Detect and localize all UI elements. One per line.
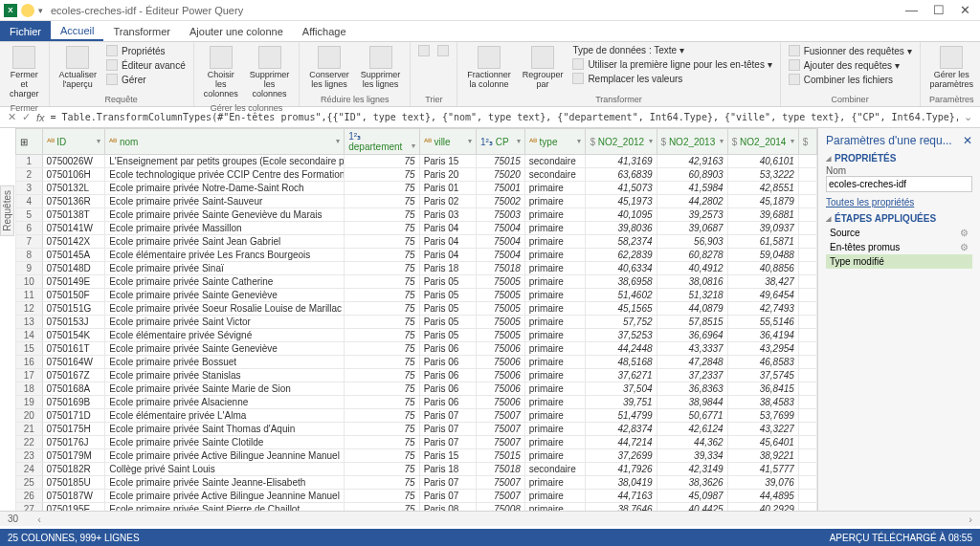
table-row[interactable]: 30750132LEcole primaire privée Notre-Dam…	[16, 182, 817, 195]
table-row[interactable]: 180750168AEcole primaire privée Sainte M…	[16, 382, 817, 396]
adveditor-button[interactable]: Éditeur avancé	[104, 58, 188, 72]
step-changedtype[interactable]: Type modifié	[826, 254, 972, 269]
table-row[interactable]: 200750171DEcole élémentaire privée L'Alm…	[16, 409, 817, 423]
table-row[interactable]: 150750161TEcole primaire privée Sainte G…	[16, 342, 817, 356]
scroll-left-icon[interactable]: ‹	[37, 513, 41, 525]
split-button[interactable]: Fractionner la colonne	[463, 44, 515, 92]
keeprows-button[interactable]: Conserver les lignes	[305, 44, 353, 92]
col-n12[interactable]: $ NO2_2012▾	[586, 129, 657, 155]
col-n14[interactable]: $ NO2_2014▾	[727, 129, 798, 155]
panel-props-header[interactable]: PROPRIÉTÉS	[826, 153, 972, 164]
row-30-label: 30	[8, 513, 18, 524]
panel-close-icon[interactable]: ✕	[963, 134, 972, 147]
table-row[interactable]: 80750145AEcole élémentaire privée Les Fr…	[16, 249, 817, 262]
all-props-link[interactable]: Toutes les propriétés	[826, 197, 914, 207]
col-n13[interactable]: $ NO2_2013▾	[657, 129, 727, 155]
table-row[interactable]: 230750179MEcole primaire privée Active B…	[16, 449, 817, 463]
col-cp[interactable]: 1²₃ CP▾	[476, 129, 524, 155]
query-name-input[interactable]	[826, 176, 972, 192]
table-row[interactable]: 40750136REcole primaire privée Saint-Sau…	[16, 195, 817, 208]
check-formula-icon[interactable]: ✓	[22, 111, 31, 123]
table-row[interactable]: 140750154KEcole élémentaire privée Sévig…	[16, 329, 817, 342]
tab-transform[interactable]: Transformer	[103, 23, 180, 40]
table-row[interactable]: 120750151GEcole primaire privée Soeur Ro…	[16, 302, 817, 316]
removerows-button[interactable]: Supprimer les lignes	[357, 44, 405, 92]
sort-desc-button[interactable]	[435, 44, 451, 57]
table-row[interactable]: 240750182RCollège privé Saint Louis75Par…	[16, 463, 817, 476]
close-load-button[interactable]: Fermer et charger	[6, 44, 43, 101]
table-row[interactable]: 170750167ZEcole primaire privée Stanisla…	[16, 369, 817, 382]
gear-icon[interactable]: ⚙	[960, 242, 969, 252]
col-id[interactable]: ᴬᴮ ID▾	[42, 129, 105, 155]
tab-view[interactable]: Affichage	[293, 23, 356, 40]
menu-chevron-icon[interactable]: ▾	[38, 6, 43, 15]
queries-sidetab[interactable]: Requêtes	[0, 186, 14, 236]
status-right: APERÇU TÉLÉCHARGÉ À 08:55	[830, 533, 972, 543]
fx-icon: fx	[36, 112, 45, 123]
col-ville[interactable]: ᴬᴮ ville▾	[419, 129, 476, 155]
choosecols-button[interactable]: Choisir les colonnes	[200, 44, 242, 101]
table-row[interactable]: 110750150FEcole primaire privée Sainte G…	[16, 289, 817, 302]
table-row[interactable]: 130750153JEcole primaire privée Saint Vi…	[16, 316, 817, 329]
table-row[interactable]: 260750187WEcole primaire privée Active B…	[16, 490, 817, 503]
col-nom[interactable]: ᴬᴮ nom▾	[105, 129, 345, 155]
corner-cell[interactable]: ⊞	[16, 129, 43, 155]
combinefiles-button[interactable]: Combiner les fichiers	[787, 73, 914, 86]
group-button[interactable]: Regrouper par	[519, 44, 568, 92]
maximize-icon[interactable]: ☐	[933, 3, 945, 17]
table-row[interactable]: 50750138TEcole primaire privée Sainte Ge…	[16, 208, 817, 222]
table-row[interactable]: 60750141WEcole primaire privée Massillon…	[16, 222, 817, 235]
merge-button[interactable]: Fusionner des requêtes ▾	[787, 44, 914, 57]
data-table: ⊞ ᴬᴮ ID▾ ᴬᴮ nom▾ 1²₃ departement▾ ᴬᴮ vil…	[15, 128, 817, 511]
table-row[interactable]: 160750164WEcole primaire privée Bossuet7…	[16, 356, 817, 369]
scroll-right-icon[interactable]: ›	[969, 513, 972, 525]
append-button[interactable]: Ajouter des requêtes ▾	[787, 58, 914, 72]
face-icon	[21, 4, 34, 17]
panel-title: Paramètres d'une requ...	[826, 134, 952, 147]
col-type[interactable]: ᴬᴮ type▾	[524, 129, 586, 155]
expand-formula-icon[interactable]: ⌄	[964, 111, 972, 123]
params-button[interactable]: Gérer les paramètres	[926, 44, 978, 92]
close-icon[interactable]: ✕	[960, 3, 970, 17]
table-row[interactable]: 10750026WL'Enseignement par petits group…	[16, 155, 817, 168]
table-row[interactable]: 220750176JEcole primaire privée Sainte C…	[16, 436, 817, 449]
sort-asc-button[interactable]	[416, 44, 432, 57]
formula-input[interactable]: = Table.TransformColumnTypes(#"En-têtes …	[51, 112, 958, 122]
table-row[interactable]: 70750142XEcole primaire privée Saint Jea…	[16, 235, 817, 249]
removecols-button[interactable]: Supprimer les colonnes	[246, 44, 294, 101]
table-row[interactable]: 90750148DEcole primaire privée Sinaï75Pa…	[16, 262, 817, 275]
tab-home[interactable]: Accueil	[51, 22, 103, 41]
tab-addcol[interactable]: Ajouter une colonne	[180, 23, 293, 40]
window-title: ecoles-creches-idf - Éditeur Power Query	[51, 5, 243, 16]
name-label: Nom	[826, 165, 972, 176]
table-row[interactable]: 210750175HEcole primaire privée Saint Th…	[16, 423, 817, 436]
close-formula-icon[interactable]: ✕	[8, 111, 16, 123]
table-row[interactable]: 270750195EEcole primaire privée Saint Pi…	[16, 503, 817, 512]
manage-button[interactable]: Gérer	[104, 73, 188, 86]
table-row[interactable]: 250750185UEcole primaire privée Sainte J…	[16, 476, 817, 490]
file-tab[interactable]: Fichier	[0, 21, 51, 41]
col-extra[interactable]: $	[798, 129, 816, 155]
step-source[interactable]: Source⚙	[826, 226, 972, 240]
col-dep[interactable]: 1²₃ departement▾	[345, 129, 419, 155]
minimize-icon[interactable]: —	[905, 3, 918, 17]
firstrow-button[interactable]: Utiliser la première ligne pour les en-t…	[570, 57, 773, 71]
properties-button[interactable]: Propriétés	[104, 44, 188, 57]
status-left: 25 COLONNES, 999+ LIGNES	[8, 533, 140, 543]
replace-button[interactable]: Remplacer les valeurs	[570, 72, 773, 85]
panel-steps-header[interactable]: ÉTAPES APPLIQUÉES	[826, 213, 972, 224]
excel-icon: X	[4, 4, 17, 17]
refresh-button[interactable]: Actualiser l'aperçu	[56, 44, 101, 92]
datatype-button[interactable]: Type de données : Texte ▾	[570, 44, 773, 56]
table-row[interactable]: 20750106HEcole technologique privée CCIP…	[16, 168, 817, 182]
table-row[interactable]: 100750149EEcole primaire privée Sainte C…	[16, 275, 817, 289]
table-row[interactable]: 190750169BEcole primaire privée Alsacien…	[16, 396, 817, 409]
step-promoted[interactable]: En-têtes promus⚙	[826, 240, 972, 254]
gear-icon[interactable]: ⚙	[960, 228, 969, 238]
